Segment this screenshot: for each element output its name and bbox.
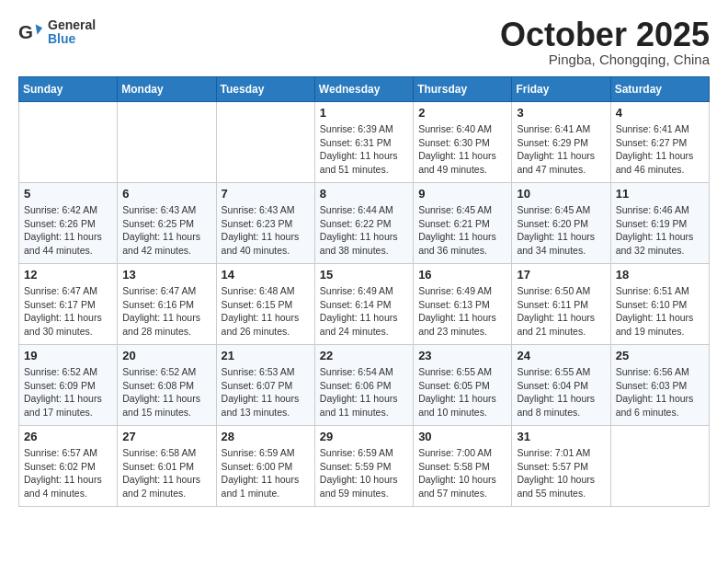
day-info: Sunrise: 6:57 AM Sunset: 6:02 PM Dayligh… (24, 446, 112, 500)
day-info: Sunrise: 6:45 AM Sunset: 6:21 PM Dayligh… (418, 203, 506, 258)
calendar-cell: 9Sunrise: 6:45 AM Sunset: 6:21 PM Daylig… (414, 183, 512, 264)
calendar-cell: 26Sunrise: 6:57 AM Sunset: 6:02 PM Dayli… (19, 426, 118, 507)
calendar-cell: 7Sunrise: 6:43 AM Sunset: 6:23 PM Daylig… (216, 183, 314, 264)
day-info: Sunrise: 6:41 AM Sunset: 6:29 PM Dayligh… (517, 122, 605, 177)
day-number: 22 (320, 349, 408, 362)
calendar-cell: 6Sunrise: 6:43 AM Sunset: 6:25 PM Daylig… (118, 183, 216, 264)
day-number: 29 (320, 430, 408, 443)
day-number: 26 (24, 430, 112, 443)
weekday-header-monday: Monday (118, 77, 216, 102)
day-info: Sunrise: 6:43 AM Sunset: 6:23 PM Dayligh… (222, 203, 310, 258)
calendar-cell: 29Sunrise: 6:59 AM Sunset: 5:59 PM Dayli… (314, 426, 413, 507)
calendar-table: SundayMondayTuesdayWednesdayThursdayFrid… (18, 76, 710, 507)
calendar-cell: 21Sunrise: 6:53 AM Sunset: 6:07 PM Dayli… (216, 345, 314, 426)
calendar-cell: 8Sunrise: 6:44 AM Sunset: 6:22 PM Daylig… (314, 183, 413, 264)
day-info: Sunrise: 6:44 AM Sunset: 6:22 PM Dayligh… (320, 203, 408, 258)
calendar-cell: 17Sunrise: 6:50 AM Sunset: 6:11 PM Dayli… (512, 264, 610, 345)
logo-icon: G (18, 19, 44, 45)
day-number: 19 (24, 349, 112, 362)
weekday-header-wednesday: Wednesday (314, 77, 413, 102)
day-number: 18 (616, 268, 704, 282)
day-number: 15 (320, 268, 408, 282)
calendar-cell: 4Sunrise: 6:41 AM Sunset: 6:27 PM Daylig… (610, 102, 709, 183)
calendar-cell: 16Sunrise: 6:49 AM Sunset: 6:13 PM Dayli… (414, 264, 512, 345)
calendar-cell: 23Sunrise: 6:55 AM Sunset: 6:05 PM Dayli… (414, 345, 512, 426)
day-number: 10 (517, 187, 605, 201)
title-block: October 2025 Pingba, Chongqing, China (500, 18, 710, 67)
calendar-cell: 28Sunrise: 6:59 AM Sunset: 6:00 PM Dayli… (216, 426, 314, 507)
day-info: Sunrise: 6:42 AM Sunset: 6:26 PM Dayligh… (24, 203, 112, 258)
weekday-header-friday: Friday (512, 77, 610, 102)
day-number: 28 (222, 430, 310, 443)
day-info: Sunrise: 6:40 AM Sunset: 6:30 PM Dayligh… (418, 122, 506, 177)
day-info: Sunrise: 6:52 AM Sunset: 6:08 PM Dayligh… (122, 365, 210, 419)
day-info: Sunrise: 6:47 AM Sunset: 6:17 PM Dayligh… (24, 284, 112, 339)
calendar-week-1: 1Sunrise: 6:39 AM Sunset: 6:31 PM Daylig… (19, 102, 710, 183)
day-info: Sunrise: 6:51 AM Sunset: 6:10 PM Dayligh… (616, 284, 704, 339)
calendar-cell: 20Sunrise: 6:52 AM Sunset: 6:08 PM Dayli… (118, 345, 216, 426)
calendar-cell: 3Sunrise: 6:41 AM Sunset: 6:29 PM Daylig… (512, 102, 610, 183)
logo-text: General Blue (48, 18, 96, 47)
calendar-cell (216, 102, 314, 183)
logo-line1: General (48, 18, 96, 32)
day-info: Sunrise: 6:46 AM Sunset: 6:19 PM Dayligh… (616, 203, 704, 258)
day-number: 30 (418, 430, 506, 443)
calendar-week-2: 5Sunrise: 6:42 AM Sunset: 6:26 PM Daylig… (19, 183, 710, 264)
day-info: Sunrise: 6:39 AM Sunset: 6:31 PM Dayligh… (320, 122, 408, 177)
svg-text:G: G (18, 21, 33, 42)
day-number: 2 (418, 106, 506, 120)
day-number: 21 (222, 349, 310, 362)
calendar-cell: 24Sunrise: 6:55 AM Sunset: 6:04 PM Dayli… (512, 345, 610, 426)
day-info: Sunrise: 6:49 AM Sunset: 6:13 PM Dayligh… (418, 284, 506, 339)
day-info: Sunrise: 6:59 AM Sunset: 6:00 PM Dayligh… (222, 446, 310, 500)
day-number: 31 (517, 430, 605, 443)
calendar-cell: 10Sunrise: 6:45 AM Sunset: 6:20 PM Dayli… (512, 183, 610, 264)
calendar-cell: 22Sunrise: 6:54 AM Sunset: 6:06 PM Dayli… (314, 345, 413, 426)
weekday-header-sunday: Sunday (19, 77, 118, 102)
logo: G General Blue (18, 18, 96, 47)
day-number: 25 (616, 349, 704, 362)
day-info: Sunrise: 6:45 AM Sunset: 6:20 PM Dayligh… (517, 203, 605, 258)
calendar-cell (118, 102, 216, 183)
day-info: Sunrise: 6:55 AM Sunset: 6:04 PM Dayligh… (517, 365, 605, 419)
calendar-week-3: 12Sunrise: 6:47 AM Sunset: 6:17 PM Dayli… (19, 264, 710, 345)
day-number: 4 (616, 106, 704, 120)
calendar-cell: 18Sunrise: 6:51 AM Sunset: 6:10 PM Dayli… (610, 264, 709, 345)
day-info: Sunrise: 7:01 AM Sunset: 5:57 PM Dayligh… (517, 446, 605, 500)
calendar-cell: 13Sunrise: 6:47 AM Sunset: 6:16 PM Dayli… (118, 264, 216, 345)
day-number: 14 (222, 268, 310, 282)
calendar-cell: 14Sunrise: 6:48 AM Sunset: 6:15 PM Dayli… (216, 264, 314, 345)
day-number: 13 (122, 268, 210, 282)
day-info: Sunrise: 6:48 AM Sunset: 6:15 PM Dayligh… (222, 284, 310, 339)
day-info: Sunrise: 6:55 AM Sunset: 6:05 PM Dayligh… (418, 365, 506, 419)
day-number: 5 (24, 187, 112, 201)
day-info: Sunrise: 6:56 AM Sunset: 6:03 PM Dayligh… (616, 365, 704, 419)
day-number: 24 (517, 349, 605, 362)
calendar-cell: 5Sunrise: 6:42 AM Sunset: 6:26 PM Daylig… (19, 183, 118, 264)
day-number: 20 (122, 349, 210, 362)
calendar-cell (610, 426, 709, 507)
day-number: 23 (418, 349, 506, 362)
day-info: Sunrise: 6:47 AM Sunset: 6:16 PM Dayligh… (122, 284, 210, 339)
calendar-cell: 2Sunrise: 6:40 AM Sunset: 6:30 PM Daylig… (414, 102, 512, 183)
day-info: Sunrise: 6:41 AM Sunset: 6:27 PM Dayligh… (616, 122, 704, 177)
day-number: 27 (122, 430, 210, 443)
day-number: 12 (24, 268, 112, 282)
day-number: 17 (517, 268, 605, 282)
day-info: Sunrise: 6:52 AM Sunset: 6:09 PM Dayligh… (24, 365, 112, 419)
day-info: Sunrise: 6:43 AM Sunset: 6:25 PM Dayligh… (122, 203, 210, 258)
calendar-cell (19, 102, 118, 183)
day-number: 8 (320, 187, 408, 201)
day-number: 16 (418, 268, 506, 282)
weekday-header-thursday: Thursday (414, 77, 512, 102)
calendar-cell: 30Sunrise: 7:00 AM Sunset: 5:58 PM Dayli… (414, 426, 512, 507)
calendar-cell: 15Sunrise: 6:49 AM Sunset: 6:14 PM Dayli… (314, 264, 413, 345)
calendar-cell: 27Sunrise: 6:58 AM Sunset: 6:01 PM Dayli… (118, 426, 216, 507)
day-number: 6 (122, 187, 210, 201)
weekday-header-row: SundayMondayTuesdayWednesdayThursdayFrid… (19, 77, 710, 102)
day-info: Sunrise: 7:00 AM Sunset: 5:58 PM Dayligh… (418, 446, 506, 500)
calendar-week-5: 26Sunrise: 6:57 AM Sunset: 6:02 PM Dayli… (19, 426, 710, 507)
weekday-header-saturday: Saturday (610, 77, 709, 102)
logo-line2: Blue (48, 32, 96, 46)
calendar-cell: 11Sunrise: 6:46 AM Sunset: 6:19 PM Dayli… (610, 183, 709, 264)
